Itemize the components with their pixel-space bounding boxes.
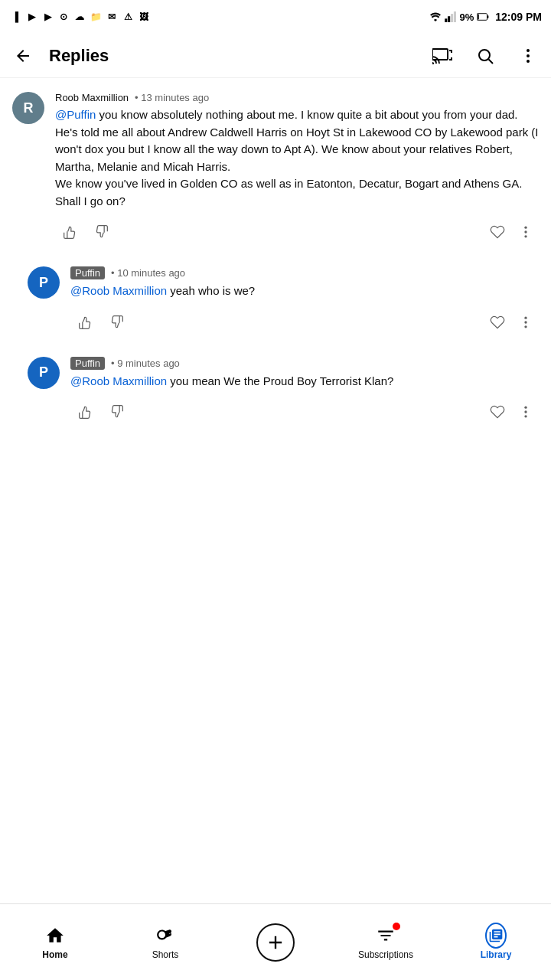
search-button[interactable] — [471, 42, 499, 70]
time: 12:09 PM — [495, 11, 542, 23]
status-icons-right: 9% 12:09 PM — [429, 11, 543, 23]
comment-header-1: Roob Maxmillion • 13 minutes ago — [55, 92, 539, 103]
mail-icon: ✉ — [106, 11, 118, 23]
page-title: Replies — [49, 46, 416, 66]
comment-time-1: • 13 minutes ago — [135, 92, 209, 103]
svg-line-10 — [489, 59, 494, 64]
back-button[interactable] — [9, 42, 37, 70]
nav-action-icons — [429, 42, 542, 70]
svg-point-12 — [527, 54, 530, 57]
svg-point-20 — [524, 407, 527, 409]
battery-percent: 9% — [460, 11, 474, 23]
add-button[interactable] — [256, 923, 295, 962]
signal-icon: ▐ — [9, 11, 21, 23]
comment-more-3[interactable] — [513, 399, 539, 425]
svg-point-15 — [524, 230, 527, 233]
comment-item-1: R Roob Maxmillion • 13 minutes ago @Puff… — [0, 78, 551, 253]
nav-subscriptions[interactable]: Subscriptions — [331, 925, 441, 960]
comment-body-1: Roob Maxmillion • 13 minutes ago @Puffin… — [55, 92, 539, 245]
nav-add[interactable] — [220, 923, 331, 962]
comment-header-2: Puffin • 10 minutes ago — [70, 266, 539, 279]
comment-text-2: @Roob Maxmillion yeah who is we? — [70, 283, 539, 300]
author-badge-3: Puffin — [70, 357, 105, 370]
like-button-2[interactable] — [70, 310, 101, 335]
dislike-button-2[interactable] — [101, 310, 132, 335]
mention-1: @Puffin — [55, 108, 96, 121]
svg-rect-0 — [445, 18, 447, 22]
svg-rect-7 — [432, 49, 448, 60]
svg-point-8 — [432, 62, 434, 64]
nav-home[interactable]: Home — [0, 925, 110, 960]
bottom-navigation: Home Shorts Subscriptions Library — [0, 903, 551, 980]
svg-point-9 — [479, 50, 490, 60]
mention-2: @Roob Maxmillion — [70, 284, 167, 297]
svg-point-21 — [524, 410, 527, 413]
warning-icon: ⚠ — [122, 11, 134, 23]
comment-actions-3 — [70, 399, 539, 425]
avatar-roob: R — [12, 92, 44, 124]
heart-button-2[interactable] — [482, 310, 513, 335]
svg-rect-5 — [487, 15, 489, 18]
comment-body-3: Puffin • 9 minutes ago @Roob Maxmillion … — [70, 357, 539, 426]
svg-point-18 — [524, 321, 527, 323]
comment-author-1: Roob Maxmillion — [55, 92, 129, 103]
subscriptions-icon — [376, 926, 396, 946]
heart-button-1[interactable] — [482, 220, 513, 244]
more-options-button[interactable] — [514, 42, 542, 70]
svg-point-14 — [524, 227, 527, 229]
svg-point-19 — [524, 325, 527, 328]
mention-3: @Roob Maxmillion — [70, 374, 167, 387]
comment-actions-1 — [55, 219, 539, 245]
status-icons-left: ▐ ▶ ▶ ⊙ ☁ 📁 ✉ ⚠ 🖼 — [9, 11, 150, 23]
image-icon: 🖼 — [138, 11, 150, 23]
svg-rect-6 — [478, 15, 479, 20]
folder-icon: 📁 — [90, 11, 102, 23]
svg-point-22 — [524, 415, 527, 417]
svg-point-16 — [524, 235, 527, 237]
shorts-icon — [155, 925, 176, 946]
like-button-1[interactable] — [55, 220, 86, 244]
comment-more-2[interactable] — [513, 309, 539, 335]
cast-button[interactable] — [429, 42, 456, 70]
library-icon — [485, 925, 507, 946]
comment-header-3: Puffin • 9 minutes ago — [70, 357, 539, 370]
library-circle — [485, 923, 507, 949]
nav-library[interactable]: Library — [441, 925, 551, 960]
top-navigation: Replies — [0, 34, 551, 78]
subscriptions-icon-wrapper — [375, 925, 396, 946]
signal-bars-icon — [445, 11, 457, 23]
heart-button-3[interactable] — [482, 400, 513, 424]
battery-icon — [477, 11, 489, 23]
subscriptions-label: Subscriptions — [358, 949, 413, 960]
comment-text-3: @Roob Maxmillion you mean We the Proud B… — [70, 373, 539, 390]
avatar-puffin-1: P — [28, 266, 60, 299]
svg-rect-1 — [448, 16, 450, 22]
author-badge-2: Puffin — [70, 266, 105, 279]
nav-shorts[interactable]: Shorts — [110, 925, 220, 960]
comments-area: R Roob Maxmillion • 13 minutes ago @Puff… — [0, 78, 551, 509]
home-label: Home — [42, 949, 67, 960]
headphones-icon: ⊙ — [57, 11, 70, 23]
wifi-icon — [429, 11, 442, 23]
svg-point-11 — [527, 49, 530, 52]
youtube-icon: ▶ — [25, 11, 37, 23]
cloud-icon: ☁ — [73, 11, 86, 23]
subscriptions-badge — [393, 923, 400, 930]
status-bar: ▐ ▶ ▶ ⊙ ☁ 📁 ✉ ⚠ 🖼 9% 12:09 PM — [0, 0, 551, 34]
comment-time-3: • 9 minutes ago — [111, 358, 180, 369]
comment-actions-2 — [70, 309, 539, 335]
comment-text-1: @Puffin you know absolutely nothing abou… — [55, 106, 539, 210]
svg-rect-3 — [453, 11, 455, 22]
comment-time-2: • 10 minutes ago — [111, 267, 185, 279]
dislike-button-1[interactable] — [86, 220, 116, 244]
dislike-button-3[interactable] — [101, 400, 132, 424]
comment-more-1[interactable] — [513, 219, 539, 245]
home-icon — [44, 925, 66, 946]
like-button-3[interactable] — [70, 400, 101, 424]
svg-rect-2 — [451, 14, 453, 22]
svg-point-17 — [524, 316, 527, 318]
library-label: Library — [481, 949, 512, 960]
youtube2-icon: ▶ — [41, 11, 54, 23]
comment-item-2: P Puffin • 10 minutes ago @Roob Maxmilli… — [0, 253, 551, 343]
comment-body-2: Puffin • 10 minutes ago @Roob Maxmillion… — [70, 266, 539, 335]
